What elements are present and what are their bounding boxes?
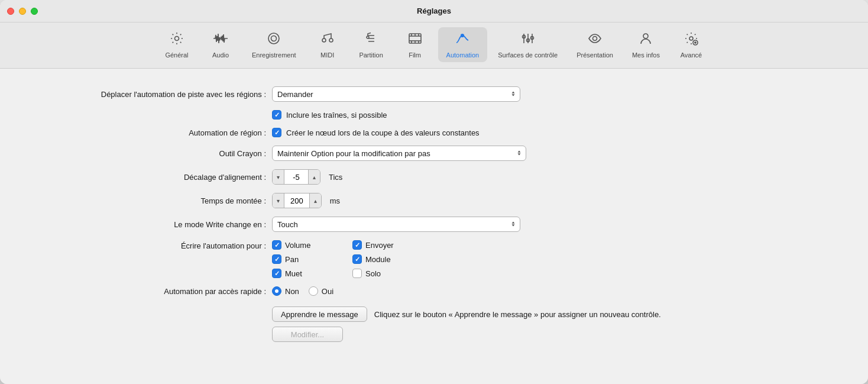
ecrire-row: Écrire l'automation pour : ✓ Volume ✓ — [24, 240, 833, 278]
acces-rapide-label: Automation par accès rapide : — [24, 287, 272, 296]
waveform-icon — [213, 31, 228, 50]
non-radio[interactable] — [272, 286, 281, 296]
gear-icon — [169, 31, 184, 50]
partition-icon — [364, 31, 379, 50]
deplacer-select[interactable]: Demander Toujours Jamais — [272, 86, 520, 102]
tab-automation[interactable]: Automation — [438, 27, 488, 62]
modifier-button[interactable]: Modifier... — [272, 327, 343, 342]
tab-midi[interactable]: MIDI — [307, 27, 348, 62]
tab-general[interactable]: Général — [156, 27, 197, 62]
tab-presentation-label: Présentation — [576, 51, 613, 59]
volume-checkbox[interactable]: ✓ — [272, 240, 281, 250]
main-window: Réglages Général Audio — [0, 0, 868, 384]
gear2-icon — [684, 31, 699, 50]
tab-audio[interactable]: Audio — [200, 27, 241, 62]
muet-label: Muet — [285, 269, 302, 278]
outil-crayon-select[interactable]: Maintenir Option pour la modification pa… — [272, 146, 526, 161]
muet-checkbox[interactable]: ✓ — [272, 269, 281, 278]
creer-noeud-label: Créer le nœud lors de la coupe à des val… — [286, 128, 480, 137]
decalage-up-button[interactable]: ▴ — [308, 170, 320, 184]
eye-icon — [587, 31, 603, 50]
tab-advanced[interactable]: Avancé — [671, 27, 712, 62]
midi-icon — [320, 31, 335, 50]
acces-rapide-row: Automation par accès rapide : Non Oui — [24, 286, 833, 296]
pan-item: ✓ Pan — [272, 254, 343, 264]
tab-surfaces[interactable]: Surfaces de contrôle — [490, 27, 566, 62]
apprendre-row: Apprendre le message Cliquez sur le bout… — [272, 306, 661, 322]
write-mode-select[interactable]: Touch Latch Replace — [272, 217, 520, 232]
solo-checkbox[interactable] — [352, 269, 362, 278]
creer-noeud-checkbox[interactable]: ✓ — [272, 128, 281, 137]
ecrire-label: Écrire l'automation pour : — [24, 240, 272, 250]
toolbar: Général Audio Enregistrement — [0, 22, 868, 69]
tab-mesinfos-label: Mes infos — [632, 51, 660, 59]
decalage-stepper: ▾ -5 ▴ — [272, 169, 320, 185]
traffic-lights — [7, 8, 38, 15]
automation-region-row: Automation de région : ✓ Créer le nœud l… — [24, 128, 833, 137]
acces-rapide-control: Non Oui — [272, 286, 333, 296]
svg-point-24 — [689, 37, 693, 40]
tab-partition[interactable]: Partition — [351, 27, 392, 62]
tab-mesinfos[interactable]: Mes infos — [624, 27, 668, 62]
inclure-control: ✓ Inclure les traînes, si possible — [272, 110, 387, 120]
radio-dot — [275, 289, 278, 293]
envoyer-label: Envoyer — [365, 241, 394, 250]
svg-point-3 — [322, 38, 326, 42]
module-item: ✓ Module — [352, 254, 423, 264]
maximize-button[interactable] — [31, 8, 38, 15]
settings-content: Déplacer l'automation de piste avec les … — [0, 69, 868, 384]
outil-crayon-row: Outil Crayon : Maintenir Option pour la … — [24, 146, 833, 161]
automation-icon — [455, 31, 470, 50]
outil-crayon-select-wrapper: Maintenir Option pour la modification pa… — [272, 146, 526, 161]
close-button[interactable] — [7, 8, 14, 15]
deplacer-control: Demander Toujours Jamais — [272, 86, 520, 102]
non-label: Non — [285, 287, 299, 296]
tab-surfaces-label: Surfaces de contrôle — [498, 51, 558, 59]
write-mode-row: Le mode Write change en : Touch Latch Re… — [24, 217, 833, 232]
decalage-unit: Tics — [329, 173, 342, 182]
decalage-down-button[interactable]: ▾ — [273, 170, 284, 184]
oui-label: Oui — [322, 287, 333, 296]
tab-presentation[interactable]: Présentation — [568, 27, 621, 62]
temps-montee-value: 200 — [284, 196, 309, 205]
pan-checkbox[interactable]: ✓ — [272, 254, 281, 264]
titlebar: Réglages — [0, 0, 868, 22]
record-icon — [266, 31, 281, 50]
oui-item: Oui — [309, 286, 333, 296]
deplacer-row: Déplacer l'automation de piste avec les … — [24, 86, 833, 102]
person-icon — [638, 31, 653, 50]
tab-film[interactable]: Film — [394, 27, 436, 62]
non-item: Non — [272, 286, 299, 296]
deplacer-label: Déplacer l'automation de piste avec les … — [24, 90, 272, 99]
buttons-control: Apprendre le message Cliquez sur le bout… — [272, 304, 661, 342]
temps-montee-unit: ms — [330, 196, 340, 205]
settings-grid: Déplacer l'automation de piste avec les … — [24, 86, 833, 342]
oui-radio[interactable] — [309, 286, 318, 296]
buttons-row: Apprendre le message Cliquez sur le bout… — [24, 304, 833, 342]
minimize-button[interactable] — [19, 8, 26, 15]
solo-item: Solo — [352, 269, 423, 278]
volume-item: ✓ Volume — [272, 240, 343, 250]
envoyer-checkbox[interactable]: ✓ — [352, 240, 362, 250]
inclure-checkbox[interactable]: ✓ — [272, 110, 281, 120]
temps-montee-label: Temps de montée : — [24, 196, 272, 205]
muet-item: ✓ Muet — [272, 269, 343, 278]
svg-point-1 — [268, 33, 279, 44]
svg-point-4 — [329, 38, 333, 42]
temps-montee-down-button[interactable]: ▾ — [273, 193, 284, 208]
temps-montee-up-button[interactable]: ▴ — [309, 193, 321, 208]
tab-recording-label: Enregistrement — [252, 51, 296, 59]
decalage-control: ▾ -5 ▴ Tics — [272, 169, 342, 185]
module-checkbox[interactable]: ✓ — [352, 254, 362, 264]
check-mark-2: ✓ — [274, 130, 280, 136]
check-mark: ✓ — [274, 112, 280, 118]
envoyer-item: ✓ Envoyer — [352, 240, 423, 250]
apprendre-button[interactable]: Apprendre le message — [272, 306, 367, 322]
decalage-value: -5 — [284, 173, 308, 182]
automation-region-label: Automation de région : — [24, 128, 272, 137]
svg-point-15 — [461, 34, 464, 37]
tab-recording[interactable]: Enregistrement — [244, 27, 305, 62]
tab-partition-label: Partition — [359, 51, 383, 59]
sliders-icon — [520, 31, 536, 50]
film-icon — [407, 31, 423, 50]
